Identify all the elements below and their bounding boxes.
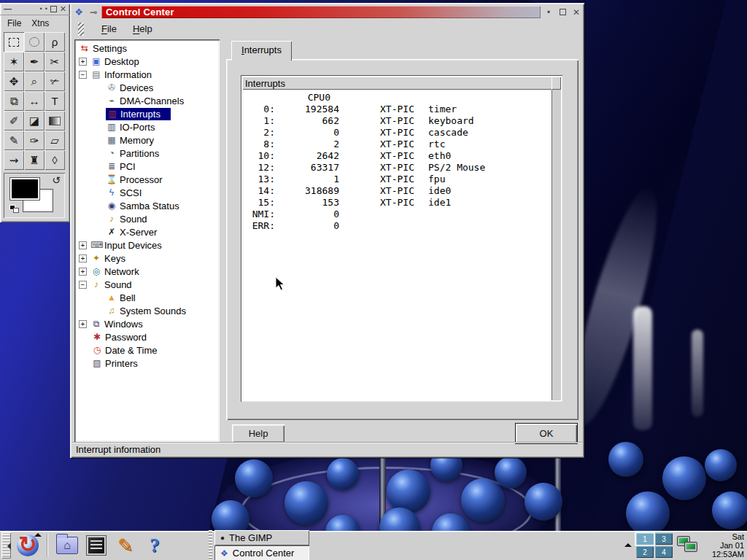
- gimp-minimize-icon[interactable]: —: [4, 4, 12, 13]
- paintbrush-tool[interactable]: ✑: [24, 131, 44, 150]
- panel-hide-button[interactable]: [1, 532, 11, 559]
- tree-item-sound[interactable]: −♪Sound: [74, 278, 220, 291]
- collapse-toggle-icon[interactable]: −: [79, 71, 87, 79]
- task-button-control-center[interactable]: ❖Control Center: [214, 545, 309, 560]
- tree-item-interrupts[interactable]: ▥Interrupts: [74, 107, 220, 120]
- control-center-app-icon[interactable]: ❖: [72, 7, 85, 18]
- datetime-icon: ◷: [91, 345, 103, 355]
- tree-item-memory[interactable]: ▦Memory: [74, 133, 220, 147]
- swap-colors-icon[interactable]: ↺: [52, 174, 61, 186]
- desktop-1-button[interactable]: 1: [636, 533, 654, 545]
- color-picker-icon: ✐: [9, 115, 19, 126]
- task-button-the-gimp[interactable]: ●The GIMP: [214, 530, 309, 545]
- desktop-3-button[interactable]: 3: [655, 533, 673, 545]
- tree-item-devices[interactable]: ✇Devices: [74, 81, 220, 94]
- tree-item-dma-channels[interactable]: ⌁DMA-Channels: [74, 94, 220, 107]
- scissors-tool[interactable]: ✂: [44, 52, 65, 71]
- expand-toggle-icon[interactable]: +: [79, 268, 87, 276]
- tree-item-scsi[interactable]: ϟSCSI: [74, 186, 220, 199]
- password-icon: ✱: [91, 332, 103, 342]
- editor-button[interactable]: ✎: [111, 532, 140, 559]
- text-tool[interactable]: T: [44, 91, 65, 111]
- tree-item-desktop[interactable]: +▣Desktop: [74, 55, 220, 68]
- tree-item-date-time[interactable]: ◷Date & Time: [74, 343, 220, 357]
- tree-item-windows[interactable]: +⧉Windows: [74, 317, 220, 330]
- tab-interrupts[interactable]: Interrupts: [231, 41, 292, 61]
- reset-colors-icon[interactable]: [9, 205, 20, 214]
- expand-toggle-icon[interactable]: +: [79, 320, 87, 328]
- expand-toggle-icon[interactable]: +: [79, 241, 87, 249]
- gimp-menu-xtns[interactable]: Xtns: [31, 18, 49, 28]
- cc-menu-file[interactable]: File: [101, 23, 117, 34]
- expand-toggle-icon[interactable]: +: [79, 58, 87, 66]
- tree-label: Memory: [120, 135, 154, 146]
- gimp-close-icon[interactable]: ✕: [60, 4, 66, 14]
- control-center-titlebar[interactable]: ❖ ⊸ Control Center • ✕: [72, 5, 582, 19]
- tree-item-x-server[interactable]: ✗X-Server: [74, 225, 220, 238]
- magnify-tool[interactable]: ⌕: [24, 71, 44, 91]
- system-sounds-icon: ♫: [106, 306, 117, 316]
- tree-item-information[interactable]: −▤Information: [74, 68, 220, 81]
- clone-tool[interactable]: ♜: [24, 150, 44, 170]
- airbrush-tool[interactable]: ⇝: [4, 150, 24, 170]
- interrupts-scrollbar[interactable]: [551, 90, 561, 400]
- collapse-toggle-icon[interactable]: −: [79, 281, 87, 289]
- menubar-drag-handle[interactable]: [78, 23, 84, 36]
- maximize-button[interactable]: [557, 7, 568, 18]
- pencil-tool[interactable]: ✎: [4, 131, 24, 150]
- tree-item-samba-status[interactable]: ◉Samba Status: [74, 199, 220, 212]
- task-list-handle[interactable]: [209, 530, 212, 560]
- color-picker-tool[interactable]: ✐: [4, 111, 24, 131]
- tree-item-io-ports[interactable]: ▥IO-Ports: [74, 120, 220, 133]
- bucket-fill-tool[interactable]: ◪: [24, 111, 44, 131]
- minimize-button[interactable]: •: [543, 7, 554, 18]
- panel-clock[interactable]: Sat Jan 01 12:53AM: [706, 532, 744, 559]
- close-button[interactable]: ✕: [570, 7, 582, 18]
- display-settings-icon[interactable]: [677, 534, 702, 556]
- tray-popup-arrow-icon[interactable]: [624, 540, 632, 547]
- foreground-color-swatch[interactable]: [10, 178, 39, 200]
- bezier-select-tool[interactable]: ✒: [24, 52, 44, 71]
- tree-item-settings[interactable]: ⇆Settings: [74, 42, 220, 55]
- move-tool[interactable]: ✥: [4, 71, 24, 91]
- tree-item-input-devices[interactable]: +⌨Input Devices: [74, 238, 220, 252]
- tree-item-keys[interactable]: +✦Keys: [74, 252, 220, 265]
- rect-select-tool[interactable]: [4, 32, 24, 52]
- desktop-icon: ▣: [90, 56, 102, 66]
- free-select-tool[interactable]: ρ: [44, 32, 65, 52]
- tree-item-system-sounds[interactable]: ♫System Sounds: [74, 304, 220, 317]
- sticky-pin-icon[interactable]: ⊸: [88, 7, 99, 18]
- flip-tool[interactable]: ↔: [24, 91, 44, 111]
- gimp-titlebar[interactable]: — • • ✕: [0, 3, 70, 15]
- crop-tool[interactable]: ✃: [44, 71, 65, 91]
- home-folder-button[interactable]: ⌂: [53, 532, 82, 559]
- ok-button[interactable]: OK: [516, 424, 577, 443]
- convolve-tool[interactable]: ◊: [44, 150, 65, 170]
- gimp-maximize-icon[interactable]: [50, 6, 57, 12]
- tree-item-bell[interactable]: ▲Bell: [74, 291, 220, 304]
- tree-item-printers[interactable]: ▧Printers: [74, 357, 220, 370]
- tree-item-password[interactable]: ✱Password: [74, 330, 220, 343]
- tree-item-sound[interactable]: ♪Sound: [74, 212, 220, 225]
- tree-item-pci[interactable]: ≣PCI: [74, 160, 220, 173]
- help-button[interactable]: Help: [232, 424, 285, 443]
- help-viewer-button[interactable]: ?: [140, 532, 169, 559]
- terminal-button[interactable]: [82, 532, 111, 559]
- expand-toggle-icon[interactable]: +: [79, 254, 87, 262]
- titlebar-gradient[interactable]: Control Center: [101, 6, 541, 18]
- desktop-4-button[interactable]: 4: [655, 546, 673, 558]
- gimp-menu-file[interactable]: File: [7, 18, 21, 28]
- tree-item-partitions[interactable]: ◔Partitions: [74, 147, 220, 160]
- interrupts-list-header[interactable]: Interrupts: [242, 77, 561, 90]
- ellipse-select-tool[interactable]: [24, 32, 44, 52]
- tree-item-processor[interactable]: ⌛Processor: [74, 173, 220, 186]
- desktop-2-button[interactable]: 2: [636, 546, 654, 558]
- transform-tool[interactable]: ⧉: [4, 91, 24, 111]
- cc-menu-help[interactable]: Help: [133, 23, 152, 34]
- tree-item-network[interactable]: +◎Network: [74, 265, 220, 278]
- fuzzy-select-tool[interactable]: ✶: [4, 52, 24, 71]
- k-menu-button[interactable]: ↻: [13, 532, 42, 559]
- eraser-tool[interactable]: ▱: [44, 131, 65, 150]
- memory-icon: ▦: [106, 135, 117, 145]
- blend-tool[interactable]: [44, 111, 65, 131]
